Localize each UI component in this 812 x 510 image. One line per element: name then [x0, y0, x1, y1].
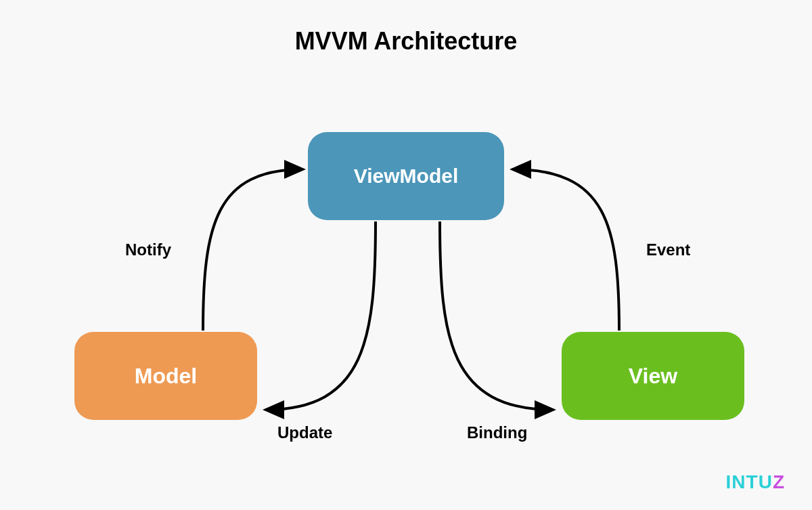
node-viewmodel: ViewModel [308, 132, 504, 220]
edge-event-label: Event [646, 240, 690, 259]
node-view-label: View [629, 364, 677, 389]
edge-binding-label: Binding [467, 423, 527, 442]
arrow-notify [203, 169, 303, 331]
brand-part1: INTU [726, 471, 773, 492]
arrow-event [512, 169, 619, 331]
node-model-label: Model [135, 364, 197, 389]
brand-part2: Z [773, 471, 785, 492]
edge-notify-label: Notify [125, 240, 171, 259]
node-viewmodel-label: ViewModel [354, 165, 458, 188]
node-view: View [562, 332, 744, 420]
arrow-binding [440, 221, 554, 410]
arrow-update [265, 221, 376, 410]
brand-logo: INTUZ [726, 471, 785, 493]
edge-update-label: Update [277, 423, 332, 442]
diagram-title: MVVM Architecture [0, 27, 812, 56]
node-model: Model [74, 332, 257, 420]
